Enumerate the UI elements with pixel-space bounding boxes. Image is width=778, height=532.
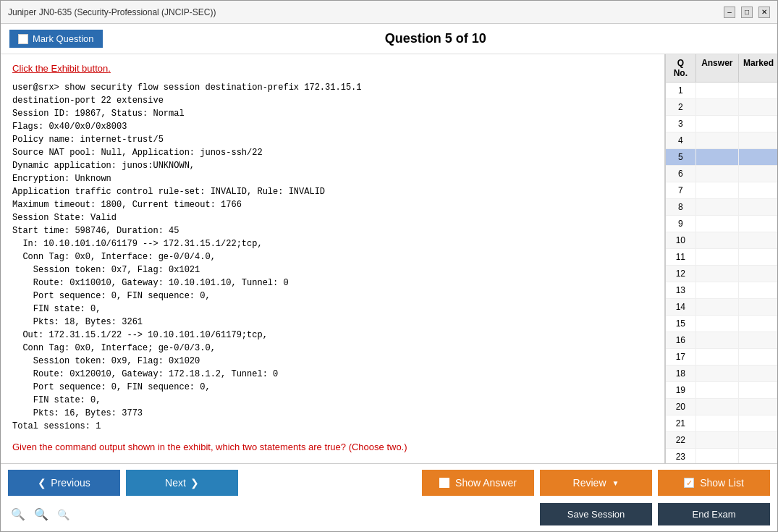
prev-arrow-icon — [38, 477, 46, 489]
sidebar-row[interactable]: 7 — [666, 182, 777, 199]
question-area: Click the Exhibit button. user@srx> show… — [1, 54, 665, 463]
sidebar-row[interactable]: 18 — [666, 366, 777, 382]
sidebar-row[interactable]: 6 — [666, 166, 777, 182]
zoom-reset-button[interactable]: 🔍 — [31, 505, 51, 523]
sidebar-cell-marked — [739, 282, 777, 298]
previous-button[interactable]: Previous — [8, 470, 120, 496]
save-session-button[interactable]: Save Session — [540, 503, 652, 525]
application-window: Juniper JN0-635 (Security-Professional (… — [0, 0, 778, 532]
sidebar-cell-qno: 4 — [666, 132, 696, 148]
sidebar-cell-qno: 11 — [666, 249, 696, 265]
sidebar-cell-qno: 3 — [666, 116, 696, 132]
window-controls: – □ ✕ — [724, 7, 770, 18]
sidebar-cell-marked — [739, 449, 777, 463]
question-body: Given the command output shown in the ex… — [12, 442, 653, 452]
sidebar-cell-marked — [739, 199, 777, 215]
sidebar-cell-marked — [739, 266, 777, 282]
sidebar-cell-answer — [696, 132, 740, 148]
code-output: user@srx> show security flow session des… — [12, 81, 653, 433]
sidebar-cell-marked — [739, 99, 777, 115]
save-session-label: Save Session — [567, 509, 625, 520]
sidebar-cell-answer — [696, 382, 740, 398]
sidebar-cell-marked — [739, 332, 777, 348]
sidebar-cell-marked — [739, 432, 777, 448]
sidebar-row[interactable]: 10 — [666, 232, 777, 249]
sidebar-cell-answer — [696, 232, 740, 248]
sidebar-row[interactable]: 20 — [666, 399, 777, 415]
sidebar-row[interactable]: 21 — [666, 415, 777, 432]
sidebar-cell-qno: 20 — [666, 399, 696, 415]
sidebar-cell-answer — [696, 166, 740, 182]
exhibit-instruction: Click the Exhibit button. — [12, 63, 653, 74]
sidebar-row[interactable]: 15 — [666, 316, 777, 332]
exhibit-suffix: . — [108, 63, 111, 74]
sidebar-cell-answer — [696, 216, 740, 232]
zoom-in-button[interactable]: 🔍 — [54, 507, 72, 522]
sidebar-cell-marked — [739, 366, 777, 381]
minimize-button[interactable]: – — [724, 7, 735, 18]
sidebar-cell-marked — [739, 216, 777, 232]
sidebar-row[interactable]: 14 — [666, 299, 777, 316]
sidebar-cell-qno: 14 — [666, 299, 696, 315]
sidebar-row[interactable]: 2 — [666, 99, 777, 116]
mark-question-button[interactable]: Mark Question — [9, 30, 103, 48]
bottom-bar: Previous Next Show Answer Review ▼ ✓ Sho… — [1, 463, 777, 531]
sidebar-cell-marked — [739, 316, 777, 332]
mark-question-label: Mark Question — [33, 33, 94, 44]
sidebar-cell-qno: 8 — [666, 199, 696, 215]
show-list-button[interactable]: ✓ Show List — [658, 470, 770, 496]
sidebar-rows-container: 1 2 3 4 5 6 7 8 — [666, 83, 777, 463]
nav-buttons-row: Previous Next Show Answer Review ▼ ✓ Sho… — [1, 464, 777, 502]
sidebar-row[interactable]: 9 — [666, 216, 777, 232]
sidebar-row[interactable]: 16 — [666, 332, 777, 349]
review-button[interactable]: Review ▼ — [540, 470, 652, 496]
sidebar-row[interactable]: 22 — [666, 432, 777, 449]
mark-checkbox-icon — [18, 34, 28, 44]
toolbar: Mark Question Question 5 of 10 — [1, 24, 777, 54]
next-arrow-icon — [190, 477, 199, 489]
header-answer: Answer — [696, 54, 739, 82]
sidebar-cell-qno: 17 — [666, 349, 696, 365]
previous-label: Previous — [51, 477, 90, 489]
zoom-in-icon: 🔍 — [57, 509, 69, 520]
sidebar-row[interactable]: 23 — [666, 449, 777, 463]
sidebar-row[interactable]: 19 — [666, 382, 777, 399]
sidebar-cell-qno: 19 — [666, 382, 696, 398]
exhibit-prefix: Click the — [12, 63, 51, 74]
end-exam-button[interactable]: End Exam — [658, 503, 770, 525]
sidebar-cell-answer — [696, 332, 740, 348]
close-button[interactable]: ✕ — [758, 7, 770, 18]
show-list-label: Show List — [700, 477, 744, 489]
sidebar-cell-answer — [696, 432, 740, 448]
sidebar-cell-answer — [696, 83, 740, 98]
sidebar-cell-qno: 21 — [666, 415, 696, 431]
sidebar-cell-answer — [696, 199, 740, 215]
sidebar-row[interactable]: 1 — [666, 83, 777, 99]
review-label: Review — [573, 477, 606, 489]
sidebar-cell-qno: 5 — [666, 149, 696, 165]
sidebar-row[interactable]: 5 — [666, 149, 777, 166]
sidebar-row[interactable]: 8 — [666, 199, 777, 216]
exhibit-link[interactable]: Exhibit button — [51, 63, 108, 74]
header-qno: Q No. — [666, 54, 696, 82]
question-list-sidebar: Q No. Answer Marked 1 2 3 4 5 6 — [665, 54, 777, 463]
sidebar-cell-qno: 23 — [666, 449, 696, 463]
sidebar-row[interactable]: 13 — [666, 282, 777, 299]
sidebar-cell-marked — [739, 299, 777, 315]
show-answer-button[interactable]: Show Answer — [422, 470, 534, 496]
sidebar-cell-qno: 2 — [666, 99, 696, 115]
sidebar-cell-answer — [696, 282, 740, 298]
sidebar-cell-qno: 6 — [666, 166, 696, 182]
sidebar-row[interactable]: 4 — [666, 132, 777, 149]
sidebar-cell-qno: 10 — [666, 232, 696, 248]
sidebar-row[interactable]: 3 — [666, 116, 777, 132]
sidebar-row[interactable]: 11 — [666, 249, 777, 266]
header-marked: Marked — [739, 54, 777, 82]
maximize-button[interactable]: □ — [741, 7, 753, 18]
sidebar-cell-answer — [696, 116, 740, 132]
next-button[interactable]: Next — [126, 470, 238, 496]
sidebar-row[interactable]: 12 — [666, 266, 777, 282]
sidebar-row[interactable]: 17 — [666, 349, 777, 366]
zoom-out-button[interactable]: 🔍 — [8, 505, 28, 523]
sidebar-cell-qno: 7 — [666, 182, 696, 198]
